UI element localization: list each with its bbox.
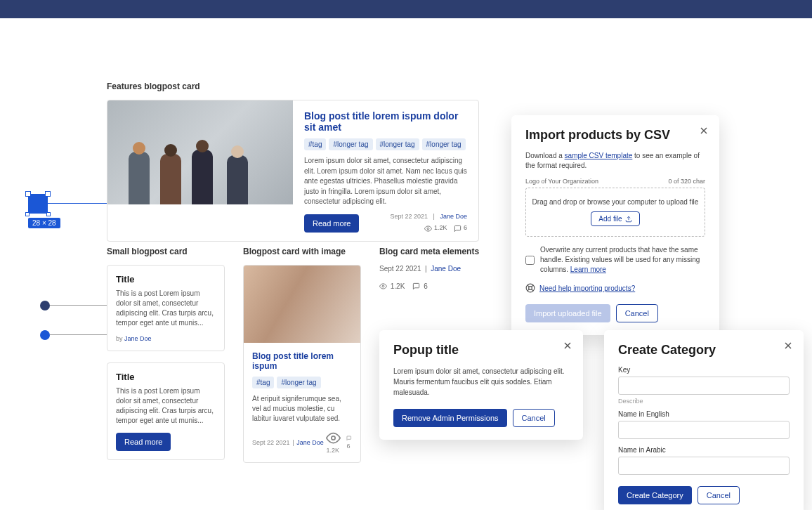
eye-icon xyxy=(379,282,387,290)
popup-modal: Popup title Lorem ipsum dolor sit amet, … xyxy=(379,330,583,440)
create-category-button[interactable]: Create Category xyxy=(618,486,692,504)
views-count: 1.2K xyxy=(326,431,341,454)
color-swatch-dark xyxy=(40,301,50,310)
overwrite-checkbox[interactable] xyxy=(525,246,535,275)
add-file-button[interactable]: Add file xyxy=(591,211,639,226)
guide-line xyxy=(50,305,107,306)
key-input[interactable] xyxy=(618,377,790,395)
selection-dimensions: 28 × 28 xyxy=(28,218,60,228)
tag[interactable]: #longer tag xyxy=(422,138,466,150)
cancel-button[interactable]: Cancel xyxy=(513,409,555,427)
post-date: Sept 22 2021 xyxy=(252,439,290,446)
guide-line xyxy=(50,334,107,335)
import-csv-modal: Import products by CSV Download a sample… xyxy=(511,115,719,335)
top-bar xyxy=(0,0,812,18)
create-category-modal: Create Category Key Describe Name in Eng… xyxy=(604,330,804,510)
card-tags: #tag #longer tag xyxy=(252,377,352,388)
author-link[interactable]: Jane Doe xyxy=(431,265,461,273)
name-en-label: Name in English xyxy=(618,410,790,418)
card-excerpt: This is a post Lorem ipsum dolor sit ame… xyxy=(116,386,216,426)
card-title[interactable]: Blog post title lorem ispum xyxy=(252,351,352,371)
svg-line-8 xyxy=(528,285,529,287)
meta-stats: 1.2K 6 xyxy=(379,282,485,290)
popup-text: Lorem ipsum dolor sit amet, consectetur … xyxy=(393,366,569,398)
remove-permissions-button[interactable]: Remove Admin Permissions xyxy=(393,409,507,427)
learn-more-link[interactable]: Learn more xyxy=(570,266,606,273)
svg-line-10 xyxy=(532,285,533,287)
guide-line xyxy=(48,203,107,204)
file-dropzone[interactable]: Drag and drop or browse your computer to… xyxy=(525,188,705,237)
section-label-meta: Blog card meta elements xyxy=(379,247,485,256)
comment-icon xyxy=(346,436,352,441)
modal-title: Import products by CSV xyxy=(525,128,705,143)
views-count: 1.2K xyxy=(391,282,405,290)
read-more-button[interactable]: Read more xyxy=(116,433,171,451)
close-button[interactable] xyxy=(698,125,709,139)
svg-point-2 xyxy=(382,285,384,287)
section-label-small: Small blogpost card xyxy=(107,247,225,256)
byline: by Jane Doe xyxy=(116,335,216,342)
modal-title: Create Category xyxy=(618,343,790,358)
svg-point-1 xyxy=(332,436,335,440)
import-button: Import uploaded file xyxy=(525,304,610,322)
tag[interactable]: #longer tag xyxy=(329,138,372,150)
card-title[interactable]: Title xyxy=(116,274,216,285)
card-image xyxy=(244,266,360,343)
selection-indicator: 28 × 28 xyxy=(28,194,60,228)
svg-line-11 xyxy=(528,289,529,291)
svg-point-0 xyxy=(428,228,430,230)
key-label: Key xyxy=(618,366,790,374)
comment-icon xyxy=(454,225,461,233)
blogpost-card-with-image: Blog post title lorem ispum #tag #longer… xyxy=(243,265,361,463)
card-excerpt: At eripuit signiferumque sea, vel ad muc… xyxy=(252,394,352,424)
eye-icon xyxy=(424,225,432,233)
svg-line-9 xyxy=(532,289,533,291)
overwrite-label: Overwrite any current products that have… xyxy=(540,245,705,275)
featured-image xyxy=(107,100,293,204)
comments-count: 6 xyxy=(454,224,467,232)
close-button[interactable] xyxy=(782,340,794,354)
tag[interactable]: #longer tag xyxy=(277,377,320,388)
eye-icon xyxy=(326,431,341,445)
section-label-featured: Features blogpost card xyxy=(107,81,479,91)
read-more-button[interactable]: Read more xyxy=(304,214,359,233)
char-counter: 0 of 320 char xyxy=(668,178,705,185)
close-icon xyxy=(562,340,573,351)
modal-title: Popup title xyxy=(393,343,569,358)
small-blogpost-card: Title This is a post Lorem ipsum dolor s… xyxy=(107,362,225,460)
card-title[interactable]: Title xyxy=(116,372,216,382)
post-date: Sept 22 2021 xyxy=(391,213,428,220)
dropzone-text: Drag and drop or browse your computer to… xyxy=(532,198,699,206)
close-icon xyxy=(782,340,794,351)
name-ar-label: Name in Arabic xyxy=(618,446,790,454)
tag[interactable]: #tag xyxy=(252,377,274,388)
cancel-button[interactable]: Cancel xyxy=(698,486,740,504)
author-link[interactable]: Jane Doe xyxy=(296,439,324,446)
featured-meta: Sept 22 2021 | Jane Doe xyxy=(391,213,467,220)
color-swatch-blue xyxy=(40,330,50,340)
author-link[interactable]: Jane Doe xyxy=(440,213,467,220)
featured-blogpost-card: Blog post title lorem ispum dolor sit am… xyxy=(107,100,479,242)
key-hint: Describe xyxy=(618,398,790,405)
comment-icon xyxy=(412,282,420,290)
featured-title[interactable]: Blog post title lorem ispum dolor sit am… xyxy=(304,110,467,133)
post-date: Sept 22 2021 xyxy=(379,265,421,273)
name-en-input[interactable] xyxy=(618,421,790,439)
field-label: Logo of Your Organization xyxy=(525,178,598,185)
help-link[interactable]: Need help importing products? xyxy=(539,285,635,292)
tag[interactable]: #tag xyxy=(304,138,326,150)
import-description: Download a sample CSV template to see an… xyxy=(525,151,705,171)
cancel-button[interactable]: Cancel xyxy=(616,304,658,322)
card-excerpt: This is a post Lorem ipsum dolor sit ame… xyxy=(116,289,216,328)
small-blogpost-card: Title This is a post Lorem ipsum dolor s… xyxy=(107,265,225,351)
author-link[interactable]: Jane Doe xyxy=(124,335,152,342)
tag[interactable]: #longer tag xyxy=(376,138,419,150)
sample-csv-link[interactable]: sample CSV template xyxy=(565,152,633,159)
close-button[interactable] xyxy=(562,340,573,354)
views-count: 1.2K xyxy=(424,224,447,232)
lifebuoy-icon xyxy=(525,283,535,293)
name-ar-input[interactable] xyxy=(618,457,790,475)
meta-date-author: Sept 22 2021 | Jane Doe xyxy=(379,265,485,273)
comments-count: 6 xyxy=(346,436,352,450)
svg-point-7 xyxy=(529,287,532,290)
